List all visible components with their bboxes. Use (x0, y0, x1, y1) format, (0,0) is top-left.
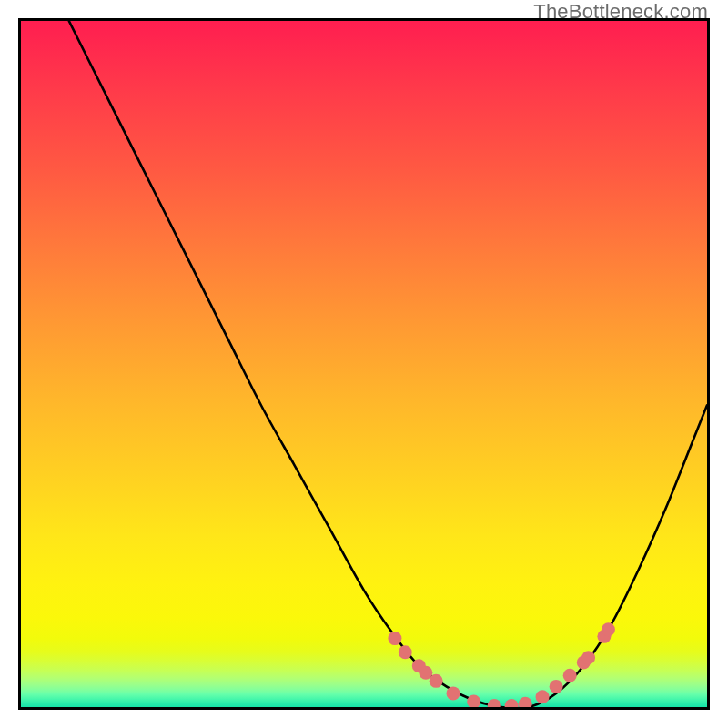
sample-point (388, 632, 401, 645)
curve-layer (21, 21, 707, 707)
sample-point (536, 690, 550, 703)
sample-point (581, 651, 595, 664)
sample-point (467, 694, 480, 707)
sample-points-group (388, 622, 614, 707)
sample-point (505, 699, 519, 707)
sample-point (519, 697, 532, 707)
sample-point (430, 674, 443, 688)
bottleneck-curve (69, 21, 707, 707)
sample-point (550, 680, 563, 693)
chart-frame: TheBottleneck.com (0, 0, 728, 728)
sample-point (447, 686, 460, 700)
sample-point (488, 699, 501, 707)
plot-area (18, 18, 710, 710)
sample-point (563, 669, 577, 682)
sample-point (399, 645, 412, 659)
sample-point (602, 622, 615, 636)
